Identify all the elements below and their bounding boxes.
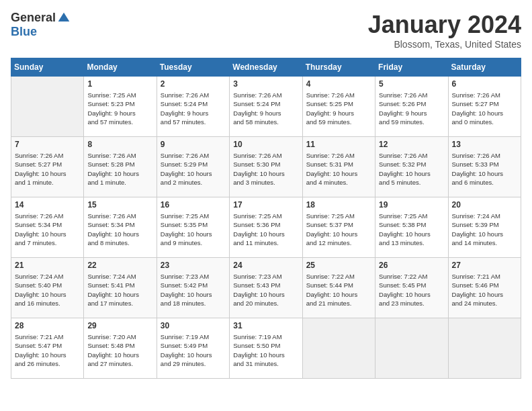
day-info: Sunrise: 7:26 AM Sunset: 5:27 PM Dayligh… <box>452 91 517 126</box>
table-row: 25Sunrise: 7:22 AM Sunset: 5:44 PM Dayli… <box>302 258 375 318</box>
table-row: 14Sunrise: 7:26 AM Sunset: 5:34 PM Dayli… <box>11 197 84 258</box>
table-row: 29Sunrise: 7:20 AM Sunset: 5:48 PM Dayli… <box>84 318 157 379</box>
day-info: Sunrise: 7:26 AM Sunset: 5:29 PM Dayligh… <box>161 151 226 187</box>
table-row: 26Sunrise: 7:22 AM Sunset: 5:45 PM Dayli… <box>375 258 448 318</box>
day-info: Sunrise: 7:26 AM Sunset: 5:24 PM Dayligh… <box>233 91 298 126</box>
day-number: 1 <box>87 79 152 89</box>
day-info: Sunrise: 7:21 AM Sunset: 5:46 PM Dayligh… <box>452 272 517 308</box>
day-number: 25 <box>306 261 371 270</box>
table-row: 10Sunrise: 7:26 AM Sunset: 5:30 PM Dayli… <box>230 137 302 197</box>
day-info: Sunrise: 7:26 AM Sunset: 5:27 PM Dayligh… <box>15 151 80 187</box>
table-row: 24Sunrise: 7:23 AM Sunset: 5:43 PM Dayli… <box>230 258 302 318</box>
calendar-week-row: 7Sunrise: 7:26 AM Sunset: 5:27 PM Daylig… <box>11 137 521 197</box>
table-row: 27Sunrise: 7:21 AM Sunset: 5:46 PM Dayli… <box>448 258 521 318</box>
day-number: 31 <box>233 321 298 330</box>
day-number: 29 <box>87 321 152 330</box>
table-row: 8Sunrise: 7:26 AM Sunset: 5:28 PM Daylig… <box>84 137 157 197</box>
day-number: 28 <box>15 321 80 330</box>
table-row: 9Sunrise: 7:26 AM Sunset: 5:29 PM Daylig… <box>157 137 229 197</box>
day-info: Sunrise: 7:26 AM Sunset: 5:33 PM Dayligh… <box>452 151 517 187</box>
calendar-header-row: Sunday Monday Tuesday Wednesday Thursday… <box>11 58 521 77</box>
day-number: 16 <box>161 200 226 210</box>
day-number: 5 <box>379 79 444 89</box>
table-row <box>448 318 521 379</box>
logo-blue-text: Blue <box>11 25 37 39</box>
day-info: Sunrise: 7:23 AM Sunset: 5:42 PM Dayligh… <box>161 272 226 308</box>
day-info: Sunrise: 7:25 AM Sunset: 5:37 PM Dayligh… <box>306 212 371 247</box>
day-number: 18 <box>306 200 371 210</box>
header-friday: Friday <box>375 58 448 77</box>
day-info: Sunrise: 7:19 AM Sunset: 5:49 PM Dayligh… <box>161 332 226 368</box>
day-info: Sunrise: 7:25 AM Sunset: 5:35 PM Dayligh… <box>161 212 226 247</box>
day-number: 27 <box>452 261 517 270</box>
table-row: 11Sunrise: 7:26 AM Sunset: 5:31 PM Dayli… <box>302 137 375 197</box>
table-row: 20Sunrise: 7:24 AM Sunset: 5:39 PM Dayli… <box>448 197 521 258</box>
table-row <box>302 318 375 379</box>
header-sunday: Sunday <box>11 58 84 77</box>
day-number: 17 <box>233 200 298 210</box>
day-number: 30 <box>161 321 226 330</box>
day-info: Sunrise: 7:19 AM Sunset: 5:50 PM Dayligh… <box>233 332 298 368</box>
day-info: Sunrise: 7:24 AM Sunset: 5:39 PM Dayligh… <box>452 212 517 247</box>
calendar-week-row: 28Sunrise: 7:21 AM Sunset: 5:47 PM Dayli… <box>11 318 521 379</box>
day-info: Sunrise: 7:26 AM Sunset: 5:26 PM Dayligh… <box>379 91 444 126</box>
day-number: 13 <box>452 140 517 149</box>
calendar-week-row: 21Sunrise: 7:24 AM Sunset: 5:40 PM Dayli… <box>11 258 521 318</box>
day-number: 7 <box>15 140 80 149</box>
location-text: Blossom, Texas, United States <box>368 39 521 50</box>
calendar-week-row: 14Sunrise: 7:26 AM Sunset: 5:34 PM Dayli… <box>11 197 521 258</box>
day-number: 23 <box>161 261 226 270</box>
day-info: Sunrise: 7:22 AM Sunset: 5:45 PM Dayligh… <box>379 272 444 308</box>
table-row: 28Sunrise: 7:21 AM Sunset: 5:47 PM Dayli… <box>11 318 84 379</box>
table-row: 21Sunrise: 7:24 AM Sunset: 5:40 PM Dayli… <box>11 258 84 318</box>
day-info: Sunrise: 7:25 AM Sunset: 5:36 PM Dayligh… <box>233 212 298 247</box>
day-number: 22 <box>87 261 152 270</box>
svg-marker-0 <box>58 12 70 21</box>
day-number: 19 <box>379 200 444 210</box>
table-row: 5Sunrise: 7:26 AM Sunset: 5:26 PM Daylig… <box>375 77 448 137</box>
header-tuesday: Tuesday <box>157 58 229 77</box>
table-row: 16Sunrise: 7:25 AM Sunset: 5:35 PM Dayli… <box>157 197 229 258</box>
logo: General Blue <box>11 11 71 39</box>
day-info: Sunrise: 7:24 AM Sunset: 5:41 PM Dayligh… <box>87 272 152 308</box>
day-info: Sunrise: 7:26 AM Sunset: 5:32 PM Dayligh… <box>379 151 444 187</box>
table-row: 23Sunrise: 7:23 AM Sunset: 5:42 PM Dayli… <box>157 258 229 318</box>
page-header: General Blue January 2024 Blossom, Texas… <box>11 11 521 50</box>
day-number: 10 <box>233 140 298 149</box>
day-number: 21 <box>15 261 80 270</box>
table-row: 6Sunrise: 7:26 AM Sunset: 5:27 PM Daylig… <box>448 77 521 137</box>
day-info: Sunrise: 7:20 AM Sunset: 5:48 PM Dayligh… <box>87 332 152 368</box>
day-number: 24 <box>233 261 298 270</box>
header-monday: Monday <box>84 58 157 77</box>
day-info: Sunrise: 7:26 AM Sunset: 5:30 PM Dayligh… <box>233 151 298 187</box>
header-saturday: Saturday <box>448 58 521 77</box>
day-number: 3 <box>233 79 298 89</box>
day-info: Sunrise: 7:25 AM Sunset: 5:38 PM Dayligh… <box>379 212 444 247</box>
table-row: 2Sunrise: 7:26 AM Sunset: 5:24 PM Daylig… <box>157 77 229 137</box>
day-info: Sunrise: 7:22 AM Sunset: 5:44 PM Dayligh… <box>306 272 371 308</box>
month-title: January 2024 <box>368 11 521 39</box>
day-number: 20 <box>452 200 517 210</box>
day-info: Sunrise: 7:26 AM Sunset: 5:31 PM Dayligh… <box>306 151 371 187</box>
day-number: 15 <box>87 200 152 210</box>
table-row: 4Sunrise: 7:26 AM Sunset: 5:25 PM Daylig… <box>302 77 375 137</box>
day-number: 2 <box>161 79 226 89</box>
day-info: Sunrise: 7:26 AM Sunset: 5:24 PM Dayligh… <box>161 91 226 126</box>
table-row: 30Sunrise: 7:19 AM Sunset: 5:49 PM Dayli… <box>157 318 229 379</box>
day-info: Sunrise: 7:26 AM Sunset: 5:25 PM Dayligh… <box>306 91 371 126</box>
day-number: 11 <box>306 140 371 149</box>
day-info: Sunrise: 7:26 AM Sunset: 5:34 PM Dayligh… <box>87 212 152 247</box>
logo-general-text: General <box>11 11 56 25</box>
day-number: 9 <box>161 140 226 149</box>
day-info: Sunrise: 7:25 AM Sunset: 5:23 PM Dayligh… <box>87 91 152 126</box>
day-info: Sunrise: 7:26 AM Sunset: 5:28 PM Dayligh… <box>87 151 152 187</box>
table-row: 22Sunrise: 7:24 AM Sunset: 5:41 PM Dayli… <box>84 258 157 318</box>
table-row: 18Sunrise: 7:25 AM Sunset: 5:37 PM Dayli… <box>302 197 375 258</box>
day-number: 26 <box>379 261 444 270</box>
table-row: 17Sunrise: 7:25 AM Sunset: 5:36 PM Dayli… <box>230 197 302 258</box>
day-number: 6 <box>452 79 517 89</box>
table-row <box>375 318 448 379</box>
logo-icon <box>57 11 71 25</box>
table-row: 13Sunrise: 7:26 AM Sunset: 5:33 PM Dayli… <box>448 137 521 197</box>
table-row: 1Sunrise: 7:25 AM Sunset: 5:23 PM Daylig… <box>84 77 157 137</box>
